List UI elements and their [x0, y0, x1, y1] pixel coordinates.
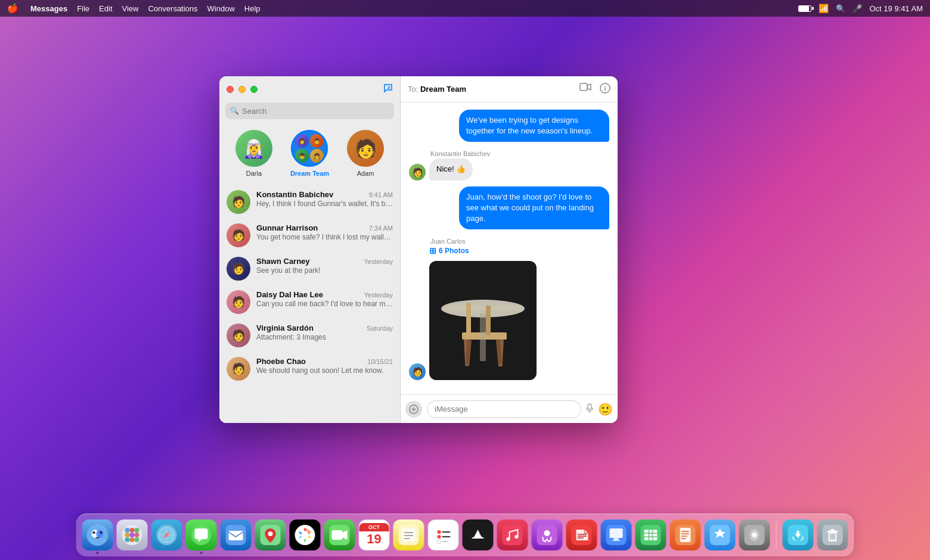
- info-icon[interactable]: [600, 83, 610, 96]
- menubar-help[interactable]: Help: [244, 4, 261, 13]
- dock-trash[interactable]: [817, 519, 848, 550]
- dock-photos[interactable]: [290, 519, 321, 550]
- photo-attachment[interactable]: [429, 261, 537, 380]
- chat-time: Yesterday: [364, 291, 393, 298]
- dock-calendar[interactable]: OCT 19: [359, 519, 390, 550]
- svg-rect-45: [402, 528, 416, 542]
- apple-menu[interactable]: 🍎: [7, 3, 18, 14]
- dock-music[interactable]: [497, 519, 528, 550]
- emoji-button[interactable]: 🙂: [598, 402, 613, 416]
- dock-podcasts[interactable]: [532, 519, 563, 550]
- chat-name: Shawn Carney: [256, 257, 310, 266]
- dock-notes[interactable]: [393, 519, 424, 550]
- shawn-avatar: 🧑: [227, 257, 250, 281]
- search-icon: 🔍: [230, 107, 239, 115]
- pinned-adam[interactable]: 🧑 Adam: [347, 130, 384, 177]
- svg-rect-0: [580, 83, 587, 91]
- svg-rect-62: [644, 530, 658, 540]
- dock: OCT 19: [76, 514, 854, 556]
- dock-separator: [776, 521, 777, 549]
- svg-point-55: [544, 530, 550, 536]
- phoebe-avatar: 🧑: [227, 357, 250, 381]
- dock-facetime[interactable]: [324, 519, 355, 550]
- chat-list: 🧑 Konstantin Babichev 9:41 AM Hey, I thi…: [219, 185, 400, 423]
- chat-name: Virginia Sardón: [256, 323, 314, 332]
- chat-preview: Attachment: 3 Images: [256, 333, 393, 341]
- svg-rect-59: [614, 538, 619, 540]
- svg-rect-4: [444, 306, 522, 310]
- search-input[interactable]: [242, 107, 389, 116]
- chat-input-area: 🙂: [401, 394, 618, 423]
- chat-messages: We've been trying to get designs togethe…: [401, 102, 618, 394]
- apps-button[interactable]: [405, 401, 422, 418]
- group-avatar-2: 👨: [310, 134, 324, 148]
- svg-point-17: [97, 530, 104, 538]
- dock-appletv[interactable]: [463, 519, 494, 550]
- svg-point-53: [515, 535, 519, 539]
- dock-settings[interactable]: [739, 519, 770, 550]
- window-close-button[interactable]: [227, 86, 234, 93]
- message-input[interactable]: [427, 400, 581, 418]
- svg-point-27: [125, 537, 130, 542]
- chat-preview: You get home safe? I think I lost my wal…: [256, 233, 393, 241]
- search-bar[interactable]: 🔍: [225, 102, 394, 119]
- svg-point-52: [507, 537, 510, 541]
- wifi-icon: 📶: [819, 4, 829, 13]
- dock-messages[interactable]: [186, 519, 217, 550]
- svg-point-47: [438, 530, 441, 534]
- chat-item-daisy[interactable]: 🧑 Daisy Dal Hae Lee Yesterday Can you ca…: [219, 285, 400, 319]
- chat-name: Daisy Dal Hae Lee: [256, 290, 323, 299]
- chat-item-virginia[interactable]: 🧑 Virginia Sardón Saturday Attachment: 3…: [219, 319, 400, 352]
- chat-preview: Can you call me back? I'd love to hear m…: [256, 300, 393, 308]
- menubar-edit[interactable]: Edit: [99, 4, 112, 13]
- menubar-conversations[interactable]: Conversations: [148, 4, 197, 13]
- dock-pages[interactable]: [670, 519, 701, 550]
- compose-button[interactable]: [383, 83, 393, 95]
- chat-time: 7:34 AM: [369, 225, 393, 232]
- chat-item-shawn[interactable]: 🧑 Shawn Carney Yesterday See you at the …: [219, 252, 400, 285]
- dock-keynote[interactable]: [601, 519, 632, 550]
- menubar: 🍎 Messages File Edit View Conversations …: [0, 0, 930, 17]
- dock-safari[interactable]: [151, 519, 182, 550]
- svg-point-24: [125, 533, 130, 537]
- dock-reminders[interactable]: [428, 519, 459, 550]
- dock-launchpad[interactable]: [117, 519, 148, 550]
- menubar-app-name[interactable]: Messages: [30, 4, 67, 13]
- search-menubar-icon[interactable]: 🔍: [836, 4, 845, 13]
- menubar-window[interactable]: Window: [207, 4, 235, 13]
- dock-finder[interactable]: [82, 519, 113, 550]
- svg-rect-64: [680, 528, 691, 542]
- svg-point-28: [130, 537, 135, 542]
- svg-point-48: [438, 535, 441, 539]
- pinned-darla[interactable]: 🧝‍♀️ Darla: [235, 130, 272, 177]
- chat-item-gunnar[interactable]: 🧑 Gunnar Harrison 7:34 AM You get home s…: [219, 219, 400, 252]
- video-call-icon[interactable]: [579, 83, 591, 96]
- window-minimize-button[interactable]: [238, 86, 246, 93]
- battery-icon: [798, 5, 811, 12]
- chat-item-konstantin[interactable]: 🧑 Konstantin Babichev 9:41 AM Hey, I thi…: [219, 185, 400, 219]
- dream-team-name: Dream Team: [290, 170, 329, 177]
- dock-maps[interactable]: [255, 519, 286, 550]
- dock-airdrop[interactable]: [783, 519, 814, 550]
- dock-mail[interactable]: [221, 519, 252, 550]
- chat-name: Konstantin Babichev: [256, 190, 333, 199]
- adam-avatar: 🧑: [347, 130, 384, 167]
- sender-name-juan: Juan Carlos: [430, 238, 609, 245]
- menubar-file[interactable]: File: [77, 4, 89, 13]
- dock-news[interactable]: [566, 519, 597, 550]
- pinned-dream-team[interactable]: 👩 👨 👦 👧 Dream Team: [290, 130, 329, 177]
- photos-count: 6 Photos: [439, 247, 469, 255]
- menubar-view[interactable]: View: [122, 4, 139, 13]
- svg-point-26: [135, 533, 140, 537]
- chat-item-phoebe[interactable]: 🧑 Phoebe Chao 10/15/21 We should hang ou…: [219, 352, 400, 385]
- chat-time: Yesterday: [364, 258, 393, 265]
- pinned-section: 🧝‍♀️ Darla 👩 👨 👦 👧 Dream Team 🧑: [219, 125, 400, 185]
- konstantin-avatar: 🧑: [227, 190, 250, 214]
- dock-appstore[interactable]: [705, 519, 736, 550]
- dock-numbers[interactable]: [636, 519, 666, 550]
- darla-name: Darla: [246, 170, 262, 177]
- juan-avatar-msg: 🧑: [409, 363, 426, 380]
- window-maximize-button[interactable]: [250, 86, 258, 93]
- mic-icon[interactable]: [586, 403, 593, 415]
- siri-icon[interactable]: 🎤: [852, 4, 862, 13]
